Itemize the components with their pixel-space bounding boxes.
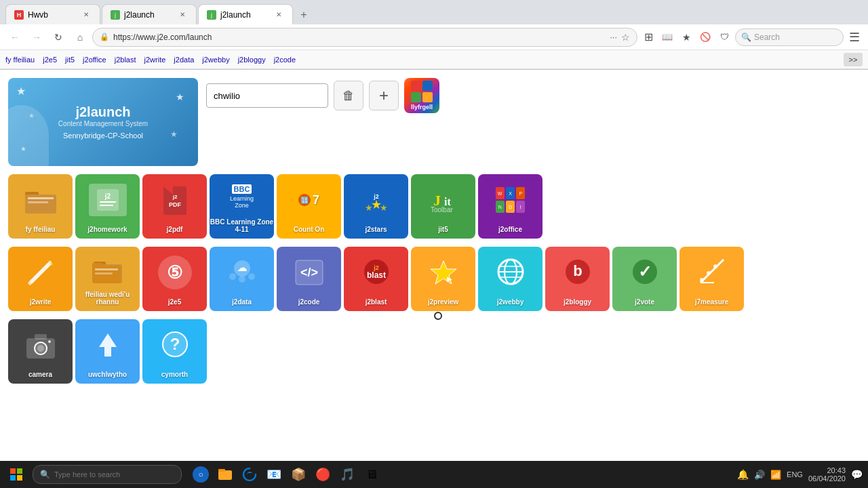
bookmark-icon[interactable]: ☆	[621, 32, 630, 43]
app-j2preview[interactable]: ▶ j2preview	[411, 247, 475, 311]
app-j2vote[interactable]: ✓ j2vote	[612, 247, 677, 311]
j2bloggy-icon: b	[545, 247, 610, 298]
taskbar-search[interactable]: 🔍	[33, 465, 182, 484]
bookmark-j2data[interactable]: j2data	[174, 56, 194, 64]
taskbar-edge[interactable]	[239, 464, 260, 485]
app-j2homework[interactable]: j2 j2homework	[75, 174, 140, 239]
app-camera[interactable]: camera	[8, 319, 73, 384]
app-j2blast[interactable]: j2 blast j2blast	[344, 247, 408, 311]
taskbar-cortana[interactable]: ○	[190, 464, 212, 485]
bookmark-j2blast[interactable]: j2blast	[115, 56, 136, 64]
taskbar-app6[interactable]: 🎵	[336, 464, 358, 485]
taskbar-notifications-icon[interactable]: 🔔	[737, 469, 749, 480]
lyfrgell-cell-red	[411, 81, 421, 91]
app-ffeiliau-wedi[interactable]: ffeiliau wedi'u rhannu	[75, 247, 140, 311]
taskbar-apps: ○ 📧 📦 🔴 🎵 🖥	[190, 464, 382, 485]
taskbar-app7[interactable]: 🖥	[361, 464, 382, 485]
bookmark-j2office[interactable]: j2office	[83, 56, 106, 64]
svg-text:☁: ☁	[237, 262, 247, 273]
svg-text:j2: j2	[104, 192, 111, 200]
extensions-icon[interactable]: ⊞	[640, 29, 656, 45]
bookmark-jit5[interactable]: jit5	[65, 56, 75, 64]
app-j2stars[interactable]: j2 ★ ★ ★ j2stars	[344, 174, 408, 239]
forward-button[interactable]: →	[27, 28, 46, 47]
menu-icon[interactable]: ☰	[846, 29, 863, 45]
refresh-button[interactable]: ↻	[49, 28, 68, 47]
lyfrgell-button[interactable]: llyfrgell	[404, 78, 439, 113]
home-button[interactable]: ⌂	[71, 28, 90, 47]
bookmark-j2webby[interactable]: j2webby	[202, 56, 229, 64]
taskbar-time-date: 20:43 06/04/2020	[808, 466, 846, 483]
bookmarks-more-button[interactable]: >>	[844, 53, 863, 66]
taskbar-wifi-icon[interactable]: 📶	[770, 470, 781, 480]
more-options-icon[interactable]: ···	[610, 32, 617, 42]
search-input[interactable]	[206, 83, 328, 108]
taskbar-action-center-icon[interactable]: 💬	[851, 469, 863, 480]
app-uwchlwytho[interactable]: uwchlwytho	[75, 319, 140, 384]
new-tab-button[interactable]: +	[294, 5, 313, 24]
app-fy-ffeiliau[interactable]: fy ffeiliau	[8, 174, 73, 239]
app-j2bloggy[interactable]: b j2bloggy	[545, 247, 610, 311]
app-bbc[interactable]: BBC LearningZone BBC Learning Zone 4-11	[210, 174, 274, 239]
logo-school: Sennybridge-CP-School	[63, 131, 143, 140]
camera-icon	[8, 319, 73, 371]
bookmark-j2write[interactable]: j2write	[144, 56, 166, 64]
app-j2office[interactable]: W X P N D I j2office	[478, 174, 542, 239]
taskbar-search-input[interactable]	[54, 470, 163, 479]
j2e5-icon: ⑤	[142, 247, 207, 298]
star-decoration: ★	[16, 85, 26, 98]
j2office-icon: W X P N D I	[478, 174, 542, 226]
app-j2data[interactable]: ☁ j2data	[210, 247, 274, 311]
lyfrgell-cell-green	[411, 92, 421, 102]
svg-text:</>: </>	[300, 266, 317, 279]
taskbar-mail[interactable]: 📧	[263, 464, 285, 485]
svg-text:PDF: PDF	[169, 201, 182, 208]
reading-mode-icon[interactable]: 📖	[659, 29, 675, 45]
tab-hwvb[interactable]: H Hwvb ✕	[5, 4, 100, 24]
tab-j2launch1[interactable]: j j2launch ✕	[102, 4, 197, 24]
taskbar-app5[interactable]: 🔴	[312, 464, 334, 485]
fy-ffeiliau-label: fy ffeiliau	[26, 226, 56, 233]
taskbar-app4[interactable]: 📦	[288, 464, 309, 485]
browser-search-box[interactable]: 🔍 Search	[735, 28, 844, 46]
add-button[interactable]: +	[369, 81, 399, 110]
app-j2write[interactable]: j2write	[8, 247, 73, 311]
app-cymorth[interactable]: ? cymorth	[142, 319, 207, 384]
logo-subtitle: Content Management System	[58, 120, 148, 127]
tab-close-j2launch2[interactable]: ✕	[273, 9, 284, 20]
svg-rect-60	[35, 334, 47, 340]
back-button[interactable]: ←	[5, 28, 24, 47]
edge-icon	[241, 466, 258, 483]
no-icon[interactable]: 🚫	[697, 29, 713, 45]
app-j2webby[interactable]: j2webby	[478, 247, 542, 311]
svg-rect-10	[163, 186, 186, 215]
jit-label: jit5	[438, 226, 448, 233]
delete-button[interactable]: 🗑	[334, 81, 363, 110]
bookmark-j2e5[interactable]: j2e5	[43, 56, 57, 64]
nav-bar: ← → ↻ ⌂ 🔒 https://www.j2e.com/launch ···…	[0, 24, 868, 50]
svg-text:Toolbar: Toolbar	[431, 206, 453, 214]
file-explorer-icon	[217, 466, 233, 483]
bookmark-fy-ffeiliau[interactable]: fy ffeiliau	[5, 56, 35, 64]
app-j2pdf[interactable]: j2 PDF j2pdf	[142, 174, 207, 239]
address-bar[interactable]: 🔒 https://www.j2e.com/launch ··· ☆	[92, 28, 637, 47]
taskbar-file-explorer[interactable]	[214, 464, 236, 485]
start-button[interactable]	[5, 464, 27, 485]
j2preview-label: j2preview	[428, 298, 459, 306]
tab-close-j2launch1[interactable]: ✕	[177, 9, 188, 20]
bookmark-j2code[interactable]: j2code	[274, 56, 296, 64]
app-j2code[interactable]: </> j2code	[277, 247, 341, 311]
svg-rect-30	[95, 272, 113, 274]
bookmark-j2bloggy[interactable]: j2bloggy	[238, 56, 266, 64]
star-icon[interactable]: ★	[678, 29, 694, 45]
app-j2measure[interactable]: j7measure	[679, 247, 744, 311]
tab-j2launch2[interactable]: j j2launch ✕	[198, 4, 293, 24]
svg-marker-21	[29, 261, 52, 284]
taskbar-volume-icon[interactable]: 🔊	[754, 470, 765, 480]
app-jit[interactable]: J it Toolbar jit5	[411, 174, 475, 239]
shield-icon[interactable]: 🛡	[716, 29, 732, 45]
app-j2e5[interactable]: ⑤ j2e5	[142, 247, 207, 311]
app-count-on[interactable]: 🔢 7 Count On	[277, 174, 341, 239]
tab-close-hwvb[interactable]: ✕	[81, 9, 92, 20]
j2blast-icon: j2 blast	[344, 247, 408, 298]
